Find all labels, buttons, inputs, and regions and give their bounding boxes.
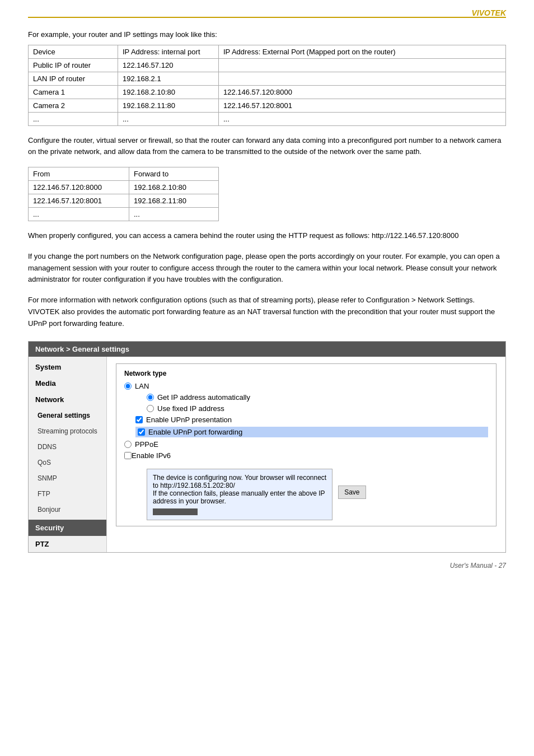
- ip-row-1-col-1: 192.168.2.1: [118, 72, 219, 85]
- ip-row-0-col-2: [219, 58, 506, 72]
- sidebar-item-ptz[interactable]: PTZ: [29, 536, 106, 552]
- ip-row-0-col-1: 122.146.57.120: [118, 58, 219, 72]
- ui-sidebar: System Media Network General settings St…: [29, 357, 107, 552]
- body-text-1: Configure the router, virtual server or …: [28, 135, 506, 158]
- pppoe-radio[interactable]: [124, 441, 132, 448]
- network-type-box: Network type LAN Get IP address automati…: [116, 363, 496, 526]
- progress-bar-container: [153, 508, 326, 515]
- lan-label: LAN: [135, 382, 149, 390]
- fwd-row-1-col-0: 122.146.57.120:8001: [29, 194, 129, 208]
- ip-row-0-col-0: Public IP of router: [29, 58, 118, 72]
- fwd-row-0-col-1: 192.168.2.10:80: [129, 181, 219, 194]
- ip-row-4-col-2: ...: [219, 112, 506, 125]
- ip-row-2-col-1: 192.168.2.10:80: [118, 85, 219, 99]
- notification-box: The device is configuring now. Your brow…: [147, 469, 332, 520]
- notification-line-2: to http://192.168.51.202:80/: [153, 482, 326, 489]
- fixed-ip-label: Use fixed IP address: [157, 404, 224, 413]
- sidebar-item-ddns[interactable]: DDNS: [29, 439, 106, 455]
- fixed-ip-radio[interactable]: [147, 405, 154, 412]
- sidebar-item-streaming-protocols[interactable]: Streaming protocols: [29, 423, 106, 439]
- body-text-3: If you change the port numbers on the Ne…: [28, 251, 506, 286]
- lan-radio[interactable]: [124, 382, 132, 390]
- sidebar-item-media[interactable]: Media: [29, 375, 106, 391]
- forward-table: From Forward to 122.146.57.120:8000 192.…: [28, 167, 219, 221]
- ip-row-3-col-0: Camera 2: [29, 99, 118, 112]
- brand-label: VIVOTEK: [472, 8, 506, 17]
- ip-row-3-col-2: 122.146.57.120:8001: [219, 99, 506, 112]
- ui-main-content: Network type LAN Get IP address automati…: [107, 357, 505, 552]
- ip-row-3-col-1: 192.168.2.11:80: [118, 99, 219, 112]
- ui-title-bar: Network > General settings: [29, 342, 505, 357]
- ip-row-4-col-0: ...: [29, 112, 118, 125]
- fwd-header-to: Forward to: [129, 167, 219, 181]
- body-text-4: For more information with network config…: [28, 295, 506, 329]
- ip-table: Device IP Address: internal port IP Addr…: [28, 45, 506, 126]
- upnp-presentation-checkbox[interactable]: [135, 416, 143, 423]
- progress-bar: [153, 508, 198, 515]
- auto-ip-label: Get IP address automatically: [157, 393, 250, 402]
- network-type-title: Network type: [124, 370, 488, 377]
- ip-table-header-device: Device: [29, 45, 118, 58]
- fwd-row-0-col-0: 122.146.57.120:8000: [29, 181, 129, 194]
- page-footer: User's Manual - 27: [28, 562, 506, 570]
- upnp-forwarding-row[interactable]: Enable UPnP port forwarding: [135, 427, 488, 437]
- upnp-forwarding-label: Enable UPnP port forwarding: [148, 428, 242, 436]
- ip-table-header-internal: IP Address: internal port: [118, 45, 219, 58]
- fwd-row-1-col-1: 192.168.2.11:80: [129, 194, 219, 208]
- ipv6-label: Enable IPv6: [132, 451, 171, 460]
- body-text-2: When properly configured, you can access…: [28, 230, 506, 242]
- auto-ip-radio[interactable]: [147, 394, 154, 401]
- ipv6-row[interactable]: Enable IPv6: [124, 451, 488, 460]
- ip-table-header-external: IP Address: External Port (Mapped port o…: [219, 45, 506, 58]
- notification-line-4: address in your browser.: [153, 497, 326, 505]
- ui-screenshot: Network > General settings System Media …: [28, 341, 506, 553]
- sidebar-item-ftp[interactable]: FTP: [29, 486, 106, 502]
- sidebar-item-bonjour[interactable]: Bonjour: [29, 502, 106, 517]
- upnp-forwarding-checkbox[interactable]: [138, 428, 145, 436]
- pppoe-radio-row[interactable]: PPPoE: [124, 440, 488, 449]
- lan-radio-row[interactable]: LAN: [124, 382, 488, 390]
- sidebar-item-qos[interactable]: QoS: [29, 455, 106, 470]
- ip-row-2-col-0: Camera 1: [29, 85, 118, 99]
- sidebar-item-security[interactable]: Security: [29, 520, 106, 536]
- fwd-row-2-col-1: ...: [129, 208, 219, 221]
- fwd-row-2-col-0: ...: [29, 208, 129, 221]
- ip-row-1-col-0: LAN IP of router: [29, 72, 118, 85]
- upnp-presentation-label: Enable UPnP presentation: [146, 416, 232, 424]
- intro-caption: For example, your router and IP settings…: [28, 29, 506, 40]
- pppoe-label: PPPoE: [135, 440, 158, 449]
- ip-row-4-col-1: ...: [118, 112, 219, 125]
- upnp-presentation-row[interactable]: Enable UPnP presentation: [135, 416, 488, 424]
- ip-row-1-col-2: [219, 72, 506, 85]
- sidebar-item-network[interactable]: Network: [29, 391, 106, 408]
- sidebar-item-snmp[interactable]: SNMP: [29, 470, 106, 486]
- notification-line-1: The device is configuring now. Your brow…: [153, 474, 326, 482]
- save-button[interactable]: Save: [338, 486, 366, 499]
- fixed-ip-row[interactable]: Use fixed IP address: [147, 404, 488, 413]
- fwd-header-from: From: [29, 167, 129, 181]
- ipv6-checkbox[interactable]: [124, 452, 132, 459]
- sidebar-item-system[interactable]: System: [29, 359, 106, 375]
- sidebar-item-general-settings[interactable]: General settings: [29, 408, 106, 423]
- auto-ip-row[interactable]: Get IP address automatically: [147, 393, 488, 402]
- notification-line-3: If the connection fails, please manually…: [153, 489, 326, 497]
- ip-row-2-col-2: 122.146.57.120:8000: [219, 85, 506, 99]
